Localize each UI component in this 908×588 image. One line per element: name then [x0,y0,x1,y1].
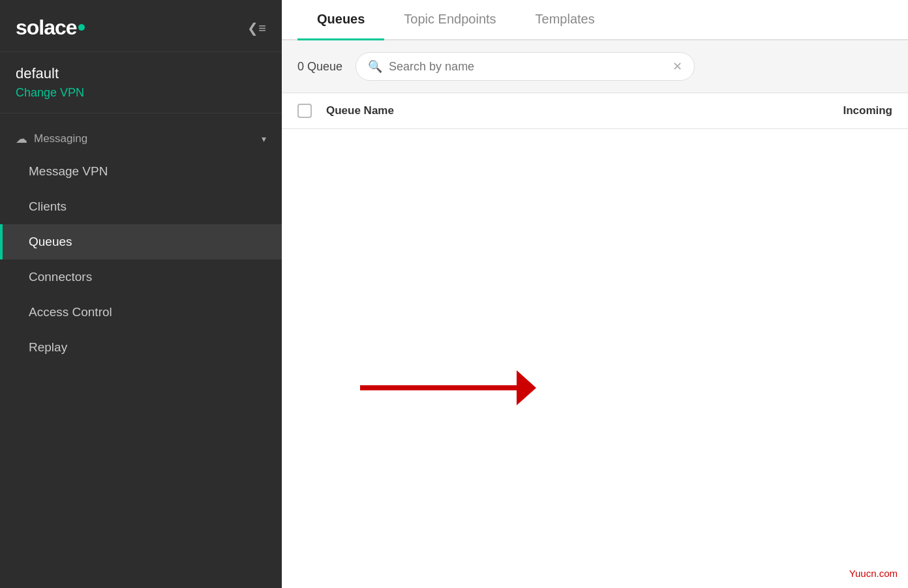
search-icon: 🔍 [368,59,382,74]
main-content: Queues Topic Endpoints Templates 0 Queue… [282,0,908,588]
sidebar-item-access-control[interactable]: Access Control [0,295,282,330]
collapse-button[interactable]: ❮≡ [247,20,266,36]
sidebar-header: solace ❮≡ [0,0,282,52]
chevron-down-icon: ▾ [262,134,266,144]
nav-group-label: Messaging [34,132,87,145]
nav-section: ☁ Messaging ▾ Message VPN Clients Queues… [0,113,282,588]
incoming-header: Incoming [762,104,892,117]
sidebar: solace ❮≡ default Change VPN ☁ Messaging… [0,0,282,588]
cloud-icon: ☁ [16,132,27,146]
sidebar-item-replay[interactable]: Replay [0,330,282,365]
logo-text: solace [16,16,85,40]
clear-search-icon[interactable]: ✕ [673,59,682,74]
tabs-bar: Queues Topic Endpoints Templates [282,0,908,40]
logo-dot [78,24,85,31]
sidebar-item-queues[interactable]: Queues [0,224,282,259]
search-box: 🔍 ✕ [356,52,695,81]
queue-name-header: Queue Name [326,104,762,117]
sidebar-item-connectors[interactable]: Connectors [0,259,282,295]
sidebar-item-message-vpn[interactable]: Message VPN [0,154,282,189]
queue-count: 0 Queue [297,60,342,74]
change-vpn-link[interactable]: Change VPN [16,86,266,100]
table-header: Queue Name Incoming [282,93,908,129]
nav-group-messaging[interactable]: ☁ Messaging ▾ [0,124,282,154]
sidebar-item-clients[interactable]: Clients [0,189,282,224]
vpn-name: default [16,65,266,82]
vpn-section: default Change VPN [0,52,282,113]
toolbar: 0 Queue 🔍 ✕ [282,40,908,93]
select-all-col [297,104,326,118]
tab-templates[interactable]: Templates [516,0,614,40]
search-input[interactable] [389,60,667,74]
tab-topic-endpoints[interactable]: Topic Endpoints [384,0,515,40]
logo: solace [16,16,85,40]
tab-queues[interactable]: Queues [297,0,384,40]
table-container: Queue Name Incoming [282,93,908,588]
select-all-checkbox[interactable] [297,104,312,118]
main-wrapper: Queues Topic Endpoints Templates 0 Queue… [282,0,908,588]
collapse-icon: ❮≡ [247,20,266,36]
